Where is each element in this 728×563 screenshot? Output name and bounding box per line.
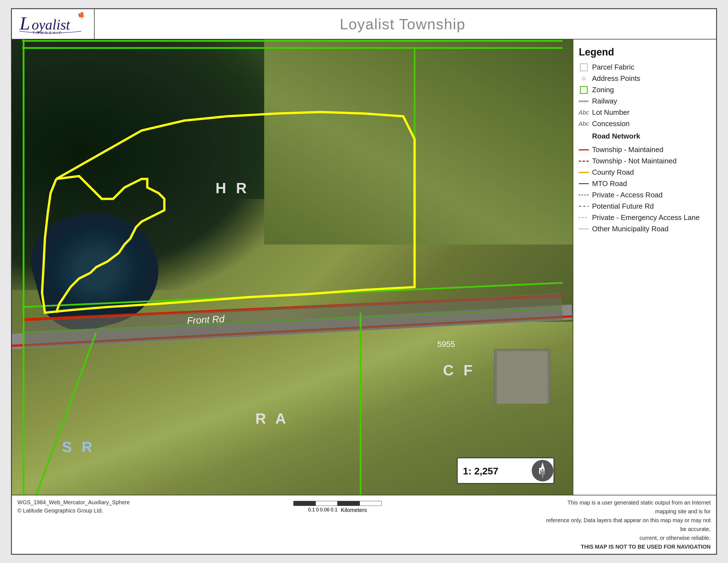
legend-label-township-maintained: Township - Maintained (592, 145, 663, 154)
legend-item-private-access: Private - Access Road (579, 191, 711, 199)
legend-item-address-points: Address Points (579, 74, 711, 83)
projection-text: WGS_1984_Web_Mercator_Auxiliary_Sphere (17, 498, 130, 506)
private-access-icon (579, 194, 589, 195)
ra-label: R A (255, 410, 289, 427)
svg-text:🍁: 🍁 (77, 12, 84, 19)
main-content: Front Rd H R C F R A S R 5955 1: 2,257 N (12, 39, 716, 495)
legend-item-township-not-maintained: Township - Not Maintained (579, 157, 711, 165)
legend-item-mto-road: MTO Road (579, 179, 711, 188)
legend-symbol-road-network (579, 133, 589, 140)
scale-label-1: 0 (316, 507, 319, 513)
mto-road-icon (579, 183, 589, 184)
legend-label-road-network: Road Network (592, 132, 640, 140)
legend-symbol-private-emergency (579, 214, 589, 221)
header: L oyalist 🍁 TOWNSHIP Loyalist Township (12, 9, 716, 39)
legend-symbol-other-municipality (579, 225, 589, 233)
legend-label-private-access: Private - Access Road (592, 191, 663, 199)
map-overlay-svg: Front Rd H R C F R A S R 5955 1: 2,257 N (12, 39, 573, 495)
legend-symbol-lot: Abc (579, 109, 589, 116)
legend-item-township-maintained: Township - Maintained (579, 145, 711, 154)
svg-line-16 (36, 333, 96, 495)
parcel-fabric-icon (580, 63, 588, 71)
svg-text:1: 2,257: 1: 2,257 (463, 466, 499, 476)
legend-symbol-private-access (579, 191, 589, 199)
potential-future-icon (579, 206, 589, 207)
twp-not-maintained-icon (579, 161, 589, 162)
scale-seg-1 (293, 501, 315, 506)
legend-item-zoning: Zoning (579, 86, 711, 94)
legend-label-township-not-maintained: Township - Not Maintained (592, 157, 676, 165)
legend-symbol-concession: Abc (579, 120, 589, 127)
scale-label-0: 0.1 (308, 507, 315, 513)
svg-rect-9 (22, 293, 563, 348)
address-points-icon (580, 75, 587, 82)
legend-item-concession: Abc Concession (579, 119, 711, 128)
legend-item-parcel-fabric: Parcel Fabric (579, 63, 711, 71)
legend-symbol-twp-maintained (579, 146, 589, 153)
map-title: Loyalist Township (340, 15, 465, 33)
map-area[interactable]: Front Rd H R C F R A S R 5955 1: 2,257 N (12, 39, 573, 495)
scale-seg-2 (315, 501, 338, 506)
svg-text:oyalist: oyalist (32, 17, 70, 33)
copyright-text: © Latitude Geographics Group Ltd. (17, 506, 130, 515)
legend-symbol-potential-future (579, 203, 589, 210)
footer-disclaimer: This map is a user generated static outp… (545, 498, 711, 551)
legend-panel: Legend Parcel Fabric Address Points (573, 39, 716, 495)
logo-svg: L oyalist 🍁 TOWNSHIP (17, 12, 84, 34)
scale-bar-container: 0.1 0 0.06 0.1 Kilometers (293, 498, 382, 513)
legend-label-lot-number: Lot Number (592, 108, 630, 117)
hr-label: H R (216, 180, 250, 196)
legend-item-railway: Railway (579, 97, 711, 105)
twp-maintained-icon (579, 149, 589, 150)
disclaimer-text: This map is a user generated static outp… (545, 498, 711, 542)
legend-symbol-twp-not-maintained (579, 157, 589, 165)
legend-label-parcel-fabric: Parcel Fabric (592, 63, 634, 71)
legend-label-other-municipality: Other Municipality Road (592, 225, 668, 233)
county-road-icon (579, 172, 589, 173)
other-municipality-icon (579, 228, 589, 229)
railway-icon (579, 100, 589, 103)
legend-title: Legend (579, 46, 711, 58)
svg-point-20 (582, 77, 585, 80)
scale-label-2: 0.06 (320, 507, 330, 513)
legend-label-mto-road: MTO Road (592, 179, 627, 188)
page: L oyalist 🍁 TOWNSHIP Loyalist Township (11, 8, 717, 555)
logo-wrapper: L oyalist 🍁 TOWNSHIP (17, 12, 84, 36)
legend-symbol-county-road (579, 169, 589, 176)
zoning-icon (580, 86, 588, 94)
private-emergency-icon (579, 217, 589, 218)
scale-label-3: 0.1 (331, 507, 338, 513)
legend-label-railway: Railway (592, 97, 617, 105)
lot-number-icon: Abc (579, 109, 589, 116)
legend-item-other-municipality: Other Municipality Road (579, 225, 711, 233)
legend-label-zoning: Zoning (592, 86, 614, 94)
scale-bar (293, 498, 382, 506)
footer: WGS_1984_Web_Mercator_Auxiliary_Sphere ©… (12, 495, 716, 554)
concession-icon: Abc (579, 120, 589, 127)
logo-area: L oyalist 🍁 TOWNSHIP (17, 9, 95, 39)
legend-label-address-points: Address Points (592, 74, 640, 83)
legend-item-lot-number: Abc Lot Number (579, 108, 711, 117)
cf-label: C F (443, 362, 475, 378)
address-label: 5955 (437, 340, 455, 349)
legend-item-potential-future: Potential Future Rd (579, 202, 711, 210)
legend-item-road-network: Road Network (579, 131, 711, 143)
legend-symbol-address (579, 75, 589, 82)
legend-label-county-road: County Road (592, 168, 634, 177)
footer-projection: WGS_1984_Web_Mercator_Auxiliary_Sphere ©… (17, 498, 130, 515)
legend-label-concession: Concession (592, 119, 630, 128)
scale-seg-3 (338, 501, 360, 506)
scale-unit: Kilometers (341, 507, 367, 513)
legend-symbol-mto-road (579, 180, 589, 187)
legend-label-potential-future: Potential Future Rd (592, 202, 654, 210)
legend-symbol-zoning (579, 86, 589, 94)
sr-label: S R (62, 439, 95, 455)
legend-symbol-railway (579, 98, 589, 105)
svg-text:L: L (19, 13, 30, 34)
title-area: Loyalist Township (95, 15, 711, 33)
legend-item-private-emergency: Private - Emergency Access Lane (579, 213, 711, 222)
legend-symbol-parcel (579, 64, 589, 71)
legend-label-private-emergency: Private - Emergency Access Lane (592, 213, 700, 222)
scale-labels: 0.1 0 0.06 0.1 Kilometers (308, 507, 367, 513)
frontrd-text: Front Rd (187, 313, 225, 326)
